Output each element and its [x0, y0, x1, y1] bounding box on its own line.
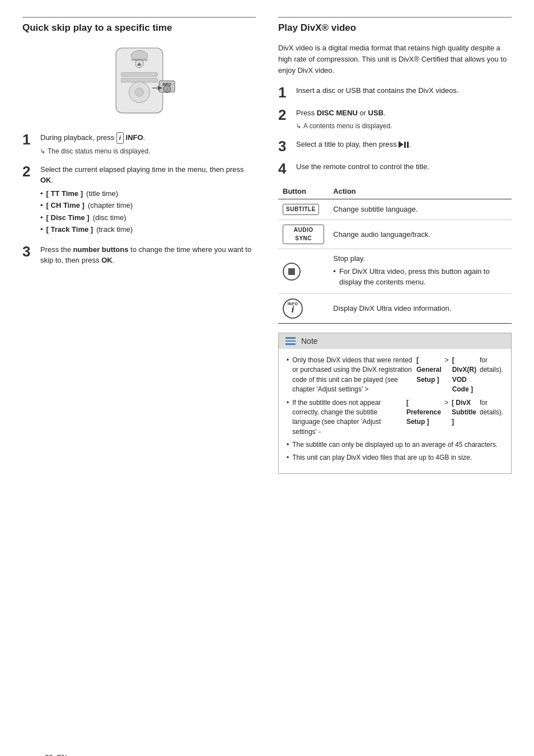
table-col-action: Action [329, 185, 512, 199]
bullet-ch-time: [ CH Time ] (chapter time) [40, 200, 256, 211]
note-bullet-2: If the subtitle does not appear correctl… [287, 398, 503, 437]
right-section-title: Play DivX® video [278, 17, 512, 34]
left-section: Quick skip play to a specific time ⏏ OPE… [22, 17, 256, 474]
subtitle-button: SUBTITLE [283, 204, 319, 216]
note-container: Note Only those DivX videos that were re… [278, 333, 512, 474]
table-row-audiosync: AUDIO SYNC Change audio language/track. [278, 220, 512, 249]
play-pause-symbol [399, 141, 409, 148]
info-button-table-icon: INFO i [283, 298, 303, 319]
left-step-1: 1 During playback, press i INFO. ↳ The d… [22, 132, 256, 156]
left-steps: 1 During playback, press i INFO. ↳ The d… [22, 132, 256, 268]
table-row-info: INFO i Display DivX Ultra video informat… [278, 293, 512, 323]
note-bullet-1: Only those DivX videos that were rented … [287, 356, 503, 395]
note-header: Note [278, 333, 512, 349]
svg-text:OPEN/CLOSE: OPEN/CLOSE [130, 59, 147, 62]
info-button-icon: i [116, 132, 124, 144]
note-body: Only those DivX videos that were rented … [278, 349, 512, 474]
page-number: 28 EN [45, 753, 67, 756]
svg-text:i: i [166, 87, 167, 91]
right-step-3: 3 Select a title to play, then press . [278, 139, 512, 153]
left-step-2: 2 Select the current elapsed playing tim… [22, 164, 256, 236]
note-bullet-4: This unit can play DivX video files that… [287, 453, 503, 463]
audiosync-button: AUDIO SYNC [283, 225, 324, 244]
right-step-2: 2 Press DISC MENU or USB. ↳ A contents m… [278, 108, 512, 131]
divx-control-table: Button Action SUBTITLE Change subtitle l… [278, 185, 512, 324]
bullet-disc-time: [ Disc Time ] (disc time) [40, 212, 256, 223]
svg-text:⏏: ⏏ [137, 61, 142, 67]
divx-intro: DivX video is a digital media format tha… [278, 43, 512, 76]
right-step-1: 1 Insert a disc or USB that contains the… [278, 85, 512, 100]
stop-button-icon [283, 263, 301, 281]
bullet-tt-time: [ TT Time ] (title time) [40, 188, 256, 199]
left-section-title: Quick skip play to a specific time [22, 17, 256, 34]
svg-point-8 [135, 88, 143, 96]
svg-rect-5 [121, 72, 157, 76]
right-step-4: 4 Use the remote control to control the … [278, 161, 512, 176]
bullet-track-time: [ Track Time ] (track time) [40, 224, 256, 235]
note-title: Note [301, 337, 318, 346]
note-bullet-3: The subtitle can only be displayed up to… [287, 440, 503, 450]
remote-illustration: ⏏ OPEN/CLOSE INFO i [89, 43, 190, 121]
note-bullets-list: Only those DivX videos that were rented … [287, 356, 503, 463]
left-step-3: 3 Press the number buttons to change the… [22, 244, 256, 268]
note-lines-icon [285, 337, 296, 345]
table-row-subtitle: SUBTITLE Change subtitle language. [278, 199, 512, 220]
table-row-stop: Stop play. For DivX Ultra video, press t… [278, 249, 512, 294]
right-section: Play DivX® video DivX video is a digital… [278, 17, 512, 474]
table-col-button: Button [278, 185, 329, 199]
left-step-2-bullets: [ TT Time ] (title time) [ CH Time ] (ch… [40, 188, 256, 235]
right-steps: 1 Insert a disc or USB that contains the… [278, 85, 512, 176]
